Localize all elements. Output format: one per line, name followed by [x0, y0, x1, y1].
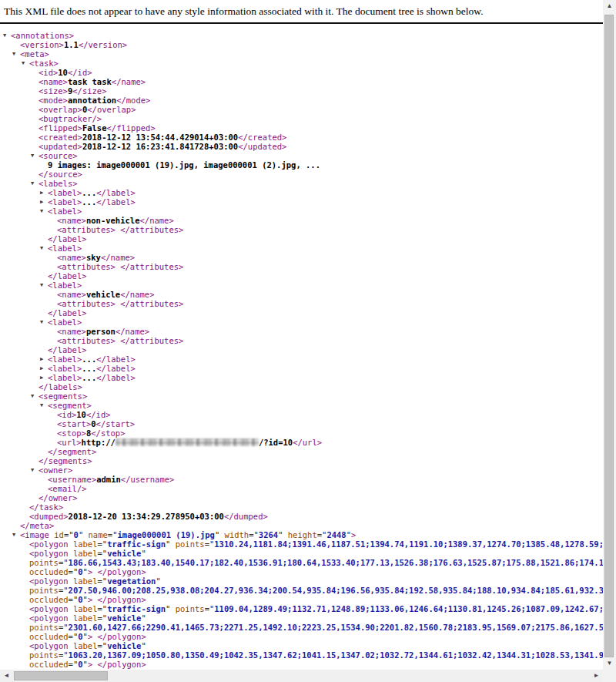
xml-token: </label>	[48, 271, 87, 281]
xml-token: <image	[20, 530, 49, 539]
scroll-right-button[interactable]: ►	[590, 670, 603, 682]
collapse-arrow-icon[interactable]: ▼	[40, 207, 43, 215]
xml-line: <name>person</name>	[0, 327, 603, 336]
xml-token: ="	[59, 558, 69, 567]
xml-token: <start>	[57, 419, 91, 428]
xml-token: </task>	[29, 502, 63, 512]
horizontal-scrollbar[interactable]: ◄ ►	[0, 670, 603, 682]
xml-line: <bugtracker/>	[0, 114, 603, 123]
scroll-up-button[interactable]: ▲	[603, 0, 616, 12]
expand-arrow-icon[interactable]: ▶	[40, 198, 43, 206]
xml-line: ▼<labels>	[0, 179, 603, 188]
xml-token: 1.1	[64, 40, 79, 49]
xml-token: </version>	[79, 40, 127, 49]
xml-token: <name>	[38, 77, 68, 86]
collapse-arrow-icon[interactable]: ▼	[12, 531, 15, 539]
xml-tree: ▼<annotations><version>1.1</version>▼<me…	[0, 31, 603, 670]
xml-token: </polygon>	[98, 595, 146, 604]
xml-token: </mode>	[116, 96, 150, 105]
xml-line: <overlap>0</overlap>	[0, 105, 603, 114]
xml-token: </name>	[139, 216, 173, 225]
xml-token: </attributes>	[120, 225, 183, 234]
xml-line: <polygon label="traffic-sign" points="11…	[0, 604, 603, 613]
expand-arrow-icon[interactable]: ▶	[40, 355, 43, 363]
xml-line: ▼<owner>	[0, 465, 603, 475]
xml-token: occluded	[29, 632, 69, 641]
xml-token: <polygon	[29, 641, 69, 650]
xml-token: </polygon>	[98, 660, 146, 669]
xml-token: <label>	[48, 354, 82, 364]
xml-line: </task>	[0, 502, 603, 512]
xml-token: 1063.20,1367.09;1050.80,1350.49;1042.35,…	[69, 650, 603, 660]
xml-line: </source>	[0, 170, 603, 179]
xml-line: ▶<label>...</label>	[0, 373, 603, 382]
scroll-down-button[interactable]: ▼	[603, 657, 616, 670]
xml-token: occluded	[29, 567, 69, 576]
xml-line: <attributes> </attributes>	[0, 336, 603, 345]
xml-token: <stop>	[57, 428, 86, 438]
collapse-arrow-icon[interactable]: ▼	[40, 281, 43, 289]
xml-token: <dumped>	[29, 512, 69, 521]
xml-token: points	[29, 650, 59, 660]
xml-token: vehicle	[86, 290, 120, 299]
xml-token: <annotations>	[11, 31, 74, 40]
xml-token: <updated>	[38, 142, 82, 151]
xml-token: 1310.24,1181.84;1391.46,1187.51;1394.74,…	[214, 539, 603, 549]
xml-token: label	[69, 613, 98, 623]
xml-line: ▼<label>	[0, 207, 603, 216]
xml-token: </label>	[48, 345, 87, 354]
xml-token: occluded	[29, 660, 69, 669]
xml-token: <attributes>	[57, 299, 116, 308]
collapse-arrow-icon[interactable]: ▼	[31, 466, 34, 474]
horizontal-scrollbar-thumb[interactable]	[14, 671, 108, 680]
xml-token: ="	[69, 595, 79, 604]
xml-token: </label>	[96, 373, 136, 382]
redacted-url-blur	[116, 438, 259, 446]
vertical-scrollbar-thumb[interactable]	[604, 15, 614, 657]
xml-token: <email/>	[48, 484, 87, 493]
style-info-banner: This XML file does not appear to have an…	[0, 0, 603, 24]
xml-token: <polygon	[29, 604, 69, 613]
xml-line: <version>1.1</version>	[0, 40, 603, 49]
xml-token: <source>	[38, 151, 78, 160]
vertical-scrollbar[interactable]: ▲ ▼	[603, 0, 616, 670]
xml-token: <polygon	[29, 613, 69, 623]
xml-line: <start>0</start>	[0, 419, 603, 428]
xml-token: </label>	[96, 197, 136, 207]
xml-token: 207.50,946.00;208.25,938.08;204.27,936.3…	[69, 586, 603, 595]
xml-token: ="	[205, 604, 215, 613]
xml-token: <name>	[57, 290, 86, 299]
collapse-arrow-icon[interactable]: ▼	[3, 32, 6, 39]
collapse-arrow-icon[interactable]: ▼	[40, 318, 43, 326]
xml-line: <name>sky</name>	[0, 253, 603, 262]
collapse-arrow-icon[interactable]: ▼	[31, 392, 34, 400]
xml-line: <dumped>2018-12-20 13:34:29.278950+03:00…	[0, 512, 603, 521]
xml-token: </attributes>	[120, 262, 183, 271]
xml-line: points="207.50,946.00;208.25,938.08;204.…	[0, 586, 603, 595]
xml-token: "	[141, 613, 146, 623]
xml-token: </polygon>	[98, 632, 146, 641]
xml-line: 9 images: image000001 (19).jpg, image000…	[0, 160, 603, 170]
collapse-arrow-icon[interactable]: ▼	[22, 59, 25, 67]
xml-token: </username>	[121, 475, 175, 484]
collapse-arrow-icon[interactable]: ▼	[40, 401, 43, 409]
expand-arrow-icon[interactable]: ▶	[40, 374, 43, 381]
expand-arrow-icon[interactable]: ▶	[40, 189, 43, 197]
xml-token: </source>	[38, 170, 82, 179]
xml-token: /?id=10	[259, 438, 293, 447]
xml-token: ="	[205, 539, 215, 549]
xml-token: traffic-sign	[107, 604, 166, 613]
xml-token: </updated>	[238, 142, 286, 151]
xml-token: ="	[317, 530, 327, 539]
collapse-arrow-icon[interactable]: ▼	[31, 180, 34, 187]
scroll-left-button[interactable]: ◄	[0, 670, 13, 682]
collapse-arrow-icon[interactable]: ▼	[31, 152, 34, 160]
collapse-arrow-icon[interactable]: ▼	[12, 50, 15, 58]
xml-token: <attributes>	[57, 336, 116, 345]
xml-line: <updated>2018-12-12 16:23:41.841728+03:0…	[0, 142, 603, 151]
xml-token: height	[283, 530, 316, 539]
collapse-arrow-icon[interactable]: ▼	[40, 244, 43, 252]
xml-token: 10	[76, 410, 86, 419]
xml-token: label	[69, 641, 98, 650]
expand-arrow-icon[interactable]: ▶	[40, 365, 43, 372]
